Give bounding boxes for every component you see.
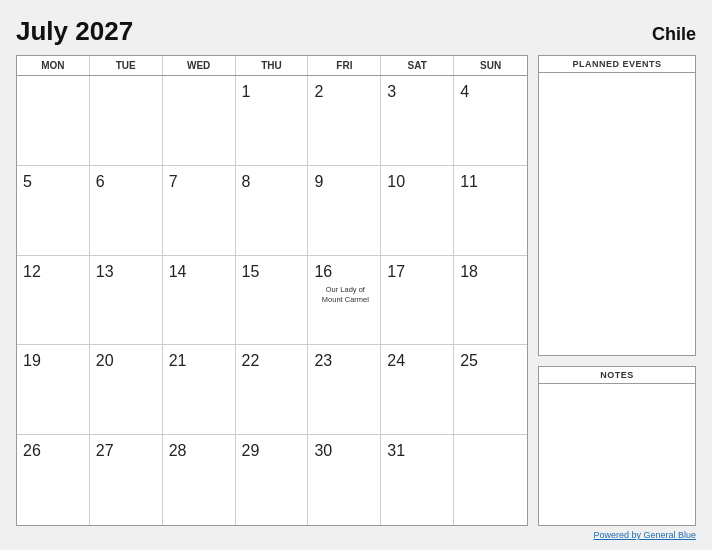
main-content: MONTUEWEDTHUFRISATSUN 123456789101112131… xyxy=(16,55,696,526)
day-number: 14 xyxy=(169,262,187,281)
day-number: 13 xyxy=(96,262,114,281)
day-number: 12 xyxy=(23,262,41,281)
day-number: 4 xyxy=(460,82,469,101)
day-number: 21 xyxy=(169,351,187,370)
cal-cell: 30 xyxy=(308,435,381,525)
cal-cell: 19 xyxy=(17,345,90,435)
cal-cell: 11 xyxy=(454,166,527,256)
day-of-week-sat: SAT xyxy=(381,56,454,75)
day-number: 7 xyxy=(169,172,178,191)
day-of-week-sun: SUN xyxy=(454,56,527,75)
day-number: 8 xyxy=(242,172,251,191)
day-number: 10 xyxy=(387,172,405,191)
cal-cell: 9 xyxy=(308,166,381,256)
day-number: 23 xyxy=(314,351,332,370)
cal-cell xyxy=(163,76,236,166)
day-number: 25 xyxy=(460,351,478,370)
cal-cell: 17 xyxy=(381,256,454,346)
cal-cell: 18 xyxy=(454,256,527,346)
cal-cell: 24 xyxy=(381,345,454,435)
day-number: 20 xyxy=(96,351,114,370)
cal-cell: 4 xyxy=(454,76,527,166)
day-number: 31 xyxy=(387,441,405,460)
cal-cell: 23 xyxy=(308,345,381,435)
powered-by-link[interactable]: Powered by General Blue xyxy=(593,530,696,540)
month-year: July 2027 xyxy=(16,16,133,47)
cal-cell: 20 xyxy=(90,345,163,435)
day-of-week-wed: WED xyxy=(163,56,236,75)
cal-cell: 8 xyxy=(236,166,309,256)
cal-cell xyxy=(90,76,163,166)
day-number: 1 xyxy=(242,82,251,101)
cal-cell: 28 xyxy=(163,435,236,525)
event-label: Our Lady of Mount Carmel xyxy=(314,285,376,305)
cal-cell: 29 xyxy=(236,435,309,525)
cal-cell: 2 xyxy=(308,76,381,166)
cal-cell: 13 xyxy=(90,256,163,346)
day-number: 22 xyxy=(242,351,260,370)
country: Chile xyxy=(652,24,696,45)
day-number: 9 xyxy=(314,172,323,191)
day-number: 16 xyxy=(314,262,332,281)
page: July 2027 Chile MONTUEWEDTHUFRISATSUN 12… xyxy=(0,0,712,550)
calendar-header: MONTUEWEDTHUFRISATSUN xyxy=(17,56,527,76)
notes-title: NOTES xyxy=(539,367,695,384)
day-number: 3 xyxy=(387,82,396,101)
cal-cell: 14 xyxy=(163,256,236,346)
day-of-week-fri: FRI xyxy=(308,56,381,75)
sidebar: PLANNED EVENTS NOTES xyxy=(538,55,696,526)
cal-cell: 3 xyxy=(381,76,454,166)
notes-content xyxy=(539,384,695,525)
calendar-body: 12345678910111213141516Our Lady of Mount… xyxy=(17,76,527,525)
day-number: 5 xyxy=(23,172,32,191)
cal-cell: 15 xyxy=(236,256,309,346)
cal-cell: 7 xyxy=(163,166,236,256)
cal-cell: 6 xyxy=(90,166,163,256)
cal-cell: 16Our Lady of Mount Carmel xyxy=(308,256,381,346)
day-of-week-tue: TUE xyxy=(90,56,163,75)
day-number: 29 xyxy=(242,441,260,460)
cal-cell: 10 xyxy=(381,166,454,256)
day-number: 24 xyxy=(387,351,405,370)
cal-cell: 27 xyxy=(90,435,163,525)
day-number: 30 xyxy=(314,441,332,460)
cal-cell: 25 xyxy=(454,345,527,435)
header: July 2027 Chile xyxy=(16,16,696,47)
day-number: 19 xyxy=(23,351,41,370)
day-number: 2 xyxy=(314,82,323,101)
day-number: 18 xyxy=(460,262,478,281)
day-number: 6 xyxy=(96,172,105,191)
planned-events-box: PLANNED EVENTS xyxy=(538,55,696,356)
cal-cell xyxy=(17,76,90,166)
day-number: 11 xyxy=(460,172,478,191)
day-number: 28 xyxy=(169,441,187,460)
planned-events-title: PLANNED EVENTS xyxy=(539,56,695,73)
day-number: 27 xyxy=(96,441,114,460)
cal-cell: 22 xyxy=(236,345,309,435)
day-number: 17 xyxy=(387,262,405,281)
notes-box: NOTES xyxy=(538,366,696,526)
day-of-week-thu: THU xyxy=(236,56,309,75)
footer: Powered by General Blue xyxy=(16,530,696,540)
day-number: 15 xyxy=(242,262,260,281)
cal-cell xyxy=(454,435,527,525)
planned-events-content xyxy=(539,73,695,355)
cal-cell: 21 xyxy=(163,345,236,435)
cal-cell: 26 xyxy=(17,435,90,525)
cal-cell: 5 xyxy=(17,166,90,256)
cal-cell: 1 xyxy=(236,76,309,166)
day-number: 26 xyxy=(23,441,41,460)
cal-cell: 12 xyxy=(17,256,90,346)
day-of-week-mon: MON xyxy=(17,56,90,75)
cal-cell: 31 xyxy=(381,435,454,525)
calendar: MONTUEWEDTHUFRISATSUN 123456789101112131… xyxy=(16,55,528,526)
